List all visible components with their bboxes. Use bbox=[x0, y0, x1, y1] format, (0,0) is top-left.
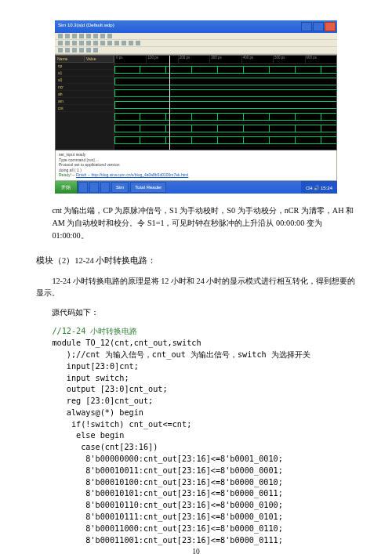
task-item[interactable] bbox=[78, 182, 88, 193]
paragraph-explanation: cnt 为输出端，CP 为原脉冲信号，S1 为手动校时，S0 为手动校分，nCR… bbox=[52, 205, 356, 241]
code-block: //12-24 小时转换电路 module TO_12(cnt,cnt_out,… bbox=[52, 326, 356, 546]
signal-row[interactable]: cnt bbox=[56, 105, 114, 112]
task-item[interactable] bbox=[100, 182, 110, 193]
code-comment: //12-24 小时转换电路 bbox=[52, 327, 137, 335]
section-title: 模块（2）12-24 小时转换电路： bbox=[36, 255, 356, 266]
source-label: 源代码如下： bbox=[52, 307, 356, 318]
waveform-workspace: Name Value cp s1 s0 ncr ah am cnt 0 ps 1… bbox=[55, 55, 337, 150]
taskbar: 开始 Sim Total Reader CH 🔊 15:24 bbox=[55, 181, 337, 194]
window-titlebar: Sim 10.3(a)d (Default.wdp) bbox=[55, 20, 337, 33]
signal-row[interactable]: am bbox=[56, 98, 114, 105]
signal-row[interactable]: ah bbox=[56, 91, 114, 98]
simulator-screenshot: Sim 10.3(a)d (Default.wdp) Name Value cp… bbox=[55, 20, 337, 194]
console-panel: set_input ready Type command [run] ... P… bbox=[55, 150, 337, 181]
maximize-icon[interactable] bbox=[313, 22, 324, 31]
waveform-canvas[interactable]: 0 ps 100 ps 200 ps 300 ps 400 ps 500 ps … bbox=[114, 56, 336, 150]
task-item[interactable]: Total Reader bbox=[130, 182, 166, 193]
window-controls bbox=[301, 22, 336, 31]
page-number: 10 bbox=[36, 548, 356, 554]
time-ruler: 0 ps 100 ps 200 ps 300 ps 400 ps 500 ps … bbox=[114, 56, 336, 64]
close-icon[interactable] bbox=[325, 22, 336, 31]
signal-row[interactable]: ncr bbox=[56, 84, 114, 91]
task-item[interactable]: Sim bbox=[111, 182, 129, 193]
task-item[interactable] bbox=[89, 182, 99, 193]
signal-row[interactable]: s1 bbox=[56, 70, 114, 77]
signal-row[interactable]: s0 bbox=[56, 77, 114, 84]
window-title: Sim 10.3(a)d (Default.wdp) bbox=[55, 20, 337, 30]
system-tray[interactable]: CH 🔊 15:24 bbox=[301, 181, 337, 194]
section-description: 12-24 小时转换电路的原理是将 12 小时和 24 小时的显示模式进行相互转… bbox=[36, 275, 356, 300]
signal-row[interactable]: cp bbox=[56, 63, 114, 70]
col-name: Name bbox=[56, 56, 85, 62]
col-value: Value bbox=[85, 56, 114, 62]
signal-panel: Name Value cp s1 s0 ncr ah am cnt bbox=[56, 56, 114, 150]
toolbar bbox=[55, 33, 337, 55]
cursor-line[interactable] bbox=[169, 56, 170, 150]
start-button[interactable]: 开始 bbox=[55, 181, 78, 194]
console-link[interactable]: Finish -- http://blog.sina.com.cn/s/blog… bbox=[76, 172, 188, 177]
page: Sim 10.3(a)d (Default.wdp) Name Value cp… bbox=[0, 0, 392, 554]
minimize-icon[interactable] bbox=[301, 22, 312, 31]
